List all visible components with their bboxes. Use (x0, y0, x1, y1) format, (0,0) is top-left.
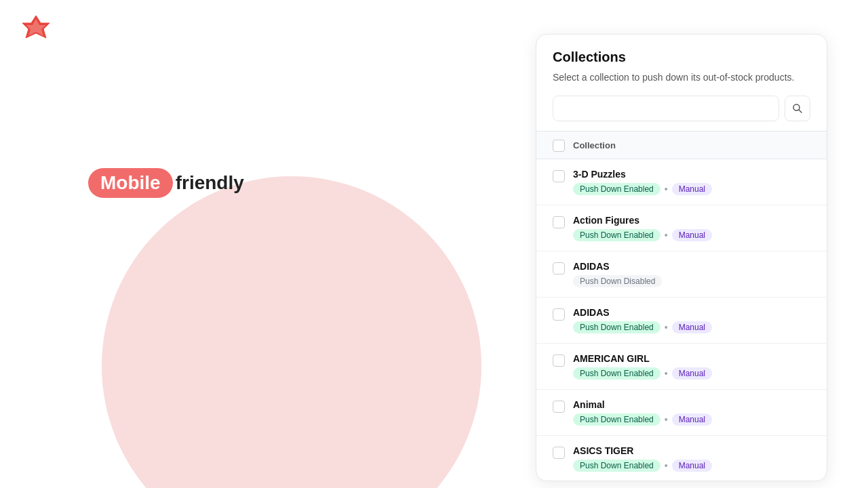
item-name: 3-D Puzzles (573, 169, 712, 180)
dot-separator: • (665, 368, 668, 379)
collection-item: Action Figures Push Down Enabled•Manual (536, 205, 827, 251)
search-row (536, 96, 827, 131)
mobile-label: Mobile (88, 168, 173, 198)
item-tags: Push Down Enabled•Manual (573, 367, 712, 380)
search-button[interactable] (785, 96, 810, 121)
collection-item: AMERICAN GIRL Push Down Enabled•Manual (536, 344, 827, 390)
collection-header-label: Collection (573, 140, 616, 150)
item-info: Action Figures Push Down Enabled•Manual (573, 215, 712, 241)
item-info: 3-D Puzzles Push Down Enabled•Manual (573, 169, 712, 195)
status-badge: Push Down Enabled (573, 367, 660, 380)
item-name: ASICS TIGER (573, 445, 712, 456)
dot-separator: • (665, 414, 668, 425)
collection-item: 3-D Puzzles Push Down Enabled•Manual (536, 159, 827, 205)
item-tags: Push Down Enabled•Manual (573, 413, 712, 426)
item-checkbox-1[interactable] (553, 216, 565, 228)
item-tags: Push Down Enabled•Manual (573, 229, 712, 241)
item-name: Animal (573, 399, 712, 410)
collection-list: 3-D Puzzles Push Down Enabled•Manual Act… (536, 159, 827, 481)
item-checkbox-0[interactable] (553, 170, 565, 182)
dot-separator: • (665, 460, 668, 471)
status-badge: Push Down Enabled (573, 460, 660, 472)
search-input[interactable] (553, 96, 779, 121)
dot-separator: • (665, 184, 668, 195)
status-badge: Push Down Enabled (573, 413, 660, 426)
item-tags: Push Down Enabled•Manual (573, 183, 712, 195)
manual-badge: Manual (672, 229, 712, 241)
svg-line-1 (799, 110, 802, 113)
manual-badge: Manual (672, 460, 712, 472)
collection-item: ADIDAS Push Down Enabled•Manual (536, 298, 827, 344)
item-name: ADIDAS (573, 307, 712, 318)
item-info: ADIDAS Push Down Disabled (573, 261, 662, 287)
item-info: ADIDAS Push Down Enabled•Manual (573, 307, 712, 333)
manual-badge: Manual (672, 321, 712, 333)
panel-title: Collections (553, 49, 810, 65)
select-all-checkbox[interactable] (553, 140, 565, 152)
collection-item: Animal Push Down Enabled•Manual (536, 390, 827, 436)
collection-item: ASICS TIGER Push Down Enabled•Manual (536, 436, 827, 481)
item-info: Animal Push Down Enabled•Manual (573, 399, 712, 426)
friendly-label: friendly (176, 172, 244, 194)
panel-description: Select a collection to push down its out… (553, 70, 810, 85)
item-checkbox-6[interactable] (553, 447, 565, 459)
item-checkbox-2[interactable] (553, 262, 565, 274)
manual-badge: Manual (672, 413, 712, 426)
collections-panel: Collections Select a collection to push … (536, 34, 827, 481)
item-checkbox-4[interactable] (553, 354, 565, 367)
collection-item: ADIDAS Push Down Disabled (536, 251, 827, 298)
logo (20, 14, 52, 47)
item-info: AMERICAN GIRL Push Down Enabled•Manual (573, 353, 712, 380)
item-tags: Push Down Disabled (573, 275, 662, 287)
collection-header-row: Collection (536, 131, 827, 159)
status-badge: Push Down Disabled (573, 275, 662, 287)
manual-badge: Manual (672, 183, 712, 195)
status-badge: Push Down Enabled (573, 321, 660, 333)
manual-badge: Manual (672, 367, 712, 380)
status-badge: Push Down Enabled (573, 183, 660, 195)
item-info: ASICS TIGER Push Down Enabled•Manual (573, 445, 712, 472)
dot-separator: • (665, 230, 668, 241)
item-name: Action Figures (573, 215, 712, 226)
item-tags: Push Down Enabled•Manual (573, 321, 712, 333)
dot-separator: • (665, 322, 668, 333)
item-checkbox-3[interactable] (553, 308, 565, 321)
status-badge: Push Down Enabled (573, 229, 660, 241)
item-name: ADIDAS (573, 261, 662, 272)
panel-header: Collections Select a collection to push … (536, 35, 827, 96)
item-tags: Push Down Enabled•Manual (573, 460, 712, 472)
item-name: AMERICAN GIRL (573, 353, 712, 364)
item-checkbox-5[interactable] (553, 401, 565, 413)
hero-section: Mobile friendly (88, 168, 244, 198)
background-blob (102, 176, 481, 488)
